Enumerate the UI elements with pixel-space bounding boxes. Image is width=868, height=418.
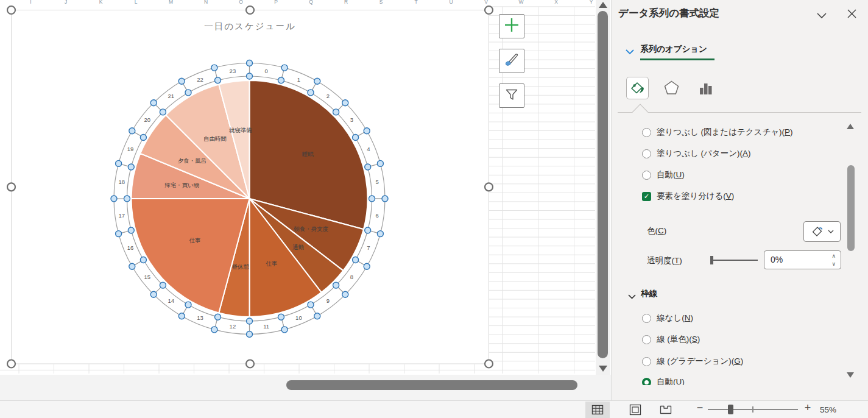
point-handle-icon[interactable] (333, 282, 339, 288)
point-handle-icon[interactable] (382, 196, 388, 202)
point-handle-icon[interactable] (353, 257, 359, 263)
sheet-vertical-scrollbar-thumb[interactable] (598, 11, 608, 358)
point-handle-icon[interactable] (364, 128, 370, 134)
zoom-in-button[interactable]: + (802, 402, 813, 414)
radio-icon[interactable] (642, 335, 651, 344)
point-handle-icon[interactable] (150, 100, 157, 106)
tab-series-options[interactable] (694, 77, 717, 99)
radio-option-row[interactable]: 塗りつぶし (図またはテクスチャ)(P) (642, 127, 793, 138)
scroll-up-icon[interactable] (599, 2, 607, 8)
tab-effects[interactable] (660, 77, 683, 99)
point-handle-icon[interactable] (342, 291, 348, 297)
border-section-label[interactable]: 枠線 (641, 288, 657, 299)
chart-resize-handle[interactable] (485, 183, 493, 191)
point-handle-icon[interactable] (364, 263, 370, 269)
point-handle-icon[interactable] (160, 282, 166, 288)
point-handle-icon[interactable] (215, 77, 221, 83)
checkbox-checked-icon[interactable]: ✓ (642, 192, 651, 201)
point-handle-icon[interactable] (185, 302, 191, 308)
chart-resize-handle[interactable] (7, 360, 15, 368)
radio-option-row[interactable]: 線 (グラデーション)(G) (642, 356, 743, 367)
fill-color-dropdown[interactable] (803, 221, 841, 242)
chart-resize-handle[interactable] (246, 360, 254, 368)
transparency-value[interactable]: 0% (771, 255, 783, 264)
chart-resize-handle[interactable] (246, 6, 254, 14)
point-handle-icon[interactable] (116, 160, 122, 166)
tab-fill-line[interactable] (626, 77, 649, 99)
pane-scrollbar-thumb[interactable] (847, 165, 855, 251)
zoom-level[interactable]: 55% (820, 405, 836, 414)
point-handle-icon[interactable] (365, 164, 371, 170)
zoom-out-button[interactable]: − (694, 402, 705, 414)
point-handle-icon[interactable] (178, 78, 185, 84)
point-handle-icon[interactable] (365, 227, 371, 233)
point-handle-icon[interactable] (215, 314, 221, 320)
point-handle-icon[interactable] (247, 331, 253, 338)
point-handle-icon[interactable] (185, 90, 191, 96)
point-handle-icon[interactable] (129, 128, 135, 134)
worksheet-area[interactable]: IJKLMNOPQRSTUVWXY一日のスケジュール01234567891011… (0, 0, 611, 400)
point-handle-icon[interactable] (111, 196, 117, 202)
chart-resize-handle[interactable] (7, 6, 15, 14)
pane-scroll-down-icon[interactable] (847, 372, 854, 378)
point-handle-icon[interactable] (369, 196, 375, 202)
point-handle-icon[interactable] (247, 60, 253, 66)
point-handle-icon[interactable] (278, 77, 284, 83)
radio-icon[interactable] (642, 314, 651, 323)
point-handle-icon[interactable] (160, 109, 166, 115)
checkbox-option-row[interactable]: ✓要素を塗り分ける(V) (642, 191, 734, 202)
point-handle-icon[interactable] (140, 257, 146, 263)
radio-option-row[interactable]: 自動(U) (642, 377, 685, 385)
chart-elements-button[interactable] (499, 14, 524, 38)
page-layout-view-button[interactable] (623, 402, 647, 418)
radio-option-row[interactable]: 塗りつぶし (パターン)(A) (642, 148, 750, 159)
point-handle-icon[interactable] (211, 65, 217, 71)
chart-title[interactable]: 一日のスケジュール (204, 21, 296, 31)
radio-icon[interactable] (642, 149, 651, 158)
transparency-value-spinner[interactable]: 0% ∧∨ (764, 250, 841, 269)
chart-filters-button[interactable] (499, 83, 524, 108)
zoom-slider-thumb[interactable] (728, 405, 733, 414)
point-handle-icon[interactable] (308, 302, 314, 308)
point-handle-icon[interactable] (124, 196, 130, 202)
transparency-slider-track[interactable] (713, 260, 758, 261)
point-handle-icon[interactable] (150, 291, 157, 297)
point-handle-icon[interactable] (116, 231, 122, 237)
chart-resize-handle[interactable] (485, 360, 493, 368)
radio-icon[interactable] (642, 128, 651, 137)
point-handle-icon[interactable] (140, 135, 146, 141)
chart-styles-button[interactable] (499, 49, 524, 73)
chart-resize-handle[interactable] (7, 183, 15, 191)
point-handle-icon[interactable] (342, 100, 348, 106)
page-break-preview-button[interactable] (654, 402, 678, 418)
point-handle-icon[interactable] (281, 327, 288, 333)
point-handle-icon[interactable] (333, 109, 339, 115)
spinner-arrows[interactable]: ∧∨ (831, 252, 836, 268)
normal-view-button[interactable] (585, 402, 610, 418)
pane-scroll-up-icon[interactable] (847, 124, 854, 129)
series-options-section-label[interactable]: 系列のオプション (640, 44, 707, 55)
point-handle-icon[interactable] (314, 78, 320, 84)
point-handle-icon[interactable] (128, 227, 134, 233)
radio-selected-icon[interactable] (642, 378, 651, 386)
pie-chart[interactable]: 睡眠朝食・身支度通勤仕事昼休憩仕事帰宅・買い物夕食・風呂自由時間就寝準備 (132, 80, 368, 317)
point-handle-icon[interactable] (278, 314, 284, 320)
point-handle-icon[interactable] (308, 90, 314, 96)
series-options-collapse-chevron-icon[interactable] (626, 46, 634, 57)
radio-icon[interactable] (642, 171, 651, 180)
point-handle-icon[interactable] (128, 164, 134, 170)
radio-option-row[interactable]: 自動(U) (642, 169, 685, 180)
radio-icon[interactable] (642, 357, 651, 366)
point-handle-icon[interactable] (247, 318, 253, 324)
pane-collapse-button[interactable] (817, 10, 827, 21)
point-handle-icon[interactable] (377, 160, 383, 166)
point-handle-icon[interactable] (353, 135, 359, 141)
chart-resize-handle[interactable] (485, 6, 493, 14)
point-handle-icon[interactable] (129, 263, 135, 269)
point-handle-icon[interactable] (377, 231, 383, 237)
radio-option-row[interactable]: 線 (単色)(S) (642, 334, 700, 345)
radio-option-row[interactable]: 線なし(N) (642, 313, 693, 324)
point-handle-icon[interactable] (247, 73, 253, 79)
point-handle-icon[interactable] (281, 65, 288, 71)
scroll-down-icon[interactable] (599, 366, 607, 372)
